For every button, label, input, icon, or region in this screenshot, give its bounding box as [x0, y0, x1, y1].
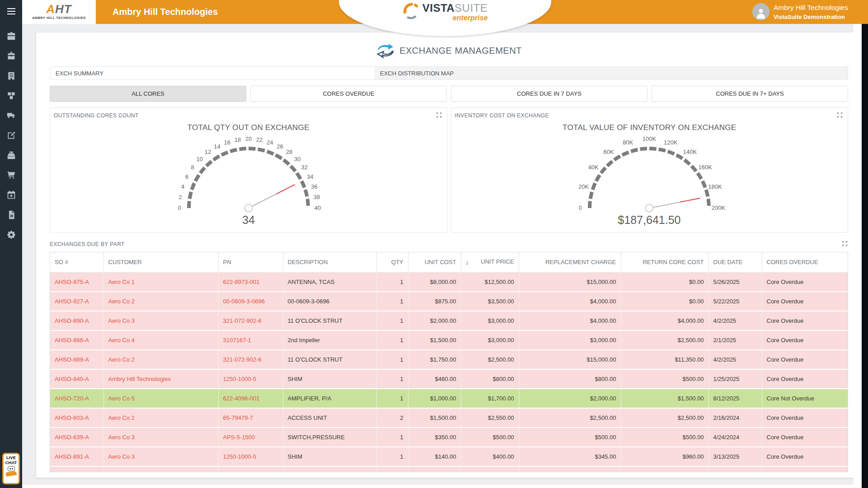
column-header-replacement_charge[interactable]: REPLACEMENT CHARGE — [519, 252, 621, 272]
page-title: EXCHANGE MANAGEMENT — [399, 46, 522, 56]
column-header-qty[interactable]: QTY — [376, 252, 408, 272]
customer-link[interactable]: Aero Co 2 — [103, 350, 218, 369]
table-row[interactable]: AHSO-875-AAero Co 1622-8973-001ANTENNA, … — [50, 272, 848, 292]
pn-link[interactable]: APS-5-1500 — [218, 428, 283, 447]
table-row[interactable]: AHSO-603-AAero Co 265-79479-7ACCESS UNIT… — [50, 408, 848, 428]
cell-qty — [376, 466, 408, 472]
so-link[interactable]: AHSO-840-A — [50, 369, 103, 389]
so-link[interactable]: AHSO-866-A — [50, 330, 103, 350]
aht-logo[interactable]: AHT AMBRY HILL TECHNOLOGIES — [22, 0, 96, 24]
so-link[interactable]: AHSO-639-A — [50, 428, 103, 447]
so-link[interactable]: AHSO-891-A — [50, 447, 103, 466]
sidebar-item-truck[interactable] — [0, 106, 22, 125]
so-link[interactable]: AHSO-875-A — [50, 272, 103, 292]
tab-exch-summary[interactable]: EXCH SUMMARY — [50, 67, 375, 79]
column-header-unit_price[interactable]: ↓UNIT PRICE — [461, 252, 519, 272]
customer-link[interactable]: Aero Co 2 — [103, 292, 218, 311]
cell-due_date: 1/25/2025 — [708, 369, 762, 389]
cell-return_core_cost: $500.00 — [621, 428, 708, 447]
column-header-customer[interactable]: CUSTOMER — [103, 252, 218, 272]
customer-link[interactable]: Aero Co 3 — [103, 447, 218, 466]
filter-all-cores-button[interactable]: ALL CORES — [50, 86, 246, 102]
pn-link[interactable] — [218, 466, 283, 472]
customer-link[interactable]: Aero Co 1 — [103, 272, 218, 292]
table-row[interactable] — [50, 466, 848, 472]
cell-due_date: 3/13/2025 — [708, 447, 762, 466]
pn-link[interactable]: 1250-1000-5 — [218, 447, 283, 466]
filter-cores-due-7-days-button[interactable]: CORES DUE IN 7 DAYS — [451, 86, 647, 102]
cell-replacement_charge: $15,000.00 — [519, 272, 621, 292]
sidebar-item-cubes[interactable] — [0, 86, 22, 106]
pn-link[interactable]: 00-0609-3-0696 — [218, 292, 283, 311]
sidebar-item-briefcase[interactable] — [0, 26, 22, 46]
tab-exch-distribution-map[interactable]: EXCH DISTRIBUTION MAP — [375, 67, 459, 79]
column-header-unit_cost[interactable]: UNIT COST — [408, 252, 461, 272]
cell-cores_overdue: Core Overdue — [762, 330, 848, 350]
menu-toggle-button[interactable] — [0, 0, 22, 23]
customer-link[interactable]: Aero Co 3 — [103, 311, 218, 330]
so-link[interactable]: AHSO-720-A — [50, 389, 103, 408]
pn-link[interactable]: 65-79479-7 — [218, 408, 283, 428]
customer-link[interactable]: Aero Co 3 — [103, 428, 218, 447]
table-row[interactable]: AHSO-927-AAero Co 200-0609-3-069600-0609… — [50, 292, 848, 311]
cell-unit_price: $3,500.00 — [461, 292, 519, 311]
cell-unit_price: $400.00 — [461, 447, 519, 466]
column-header-description[interactable]: DESCRIPTION — [283, 252, 376, 272]
customer-link[interactable]: Ambry Hill Technologies — [103, 369, 218, 389]
customer-link[interactable]: Aero Co 2 — [103, 408, 218, 428]
sidebar-item-building[interactable] — [0, 66, 22, 86]
gauge-cores-count: 024681012141618202224262830323436384034 — [142, 132, 355, 227]
sidebar-item-cash-register[interactable] — [0, 145, 22, 165]
expand-icon[interactable] — [841, 240, 848, 248]
table-row[interactable]: AHSO-889-AAero Co 2321-072-902-611 O'CLO… — [50, 350, 848, 369]
table-row[interactable]: AHSO-866-AAero Co 43107167-12nd Impeller… — [50, 330, 848, 350]
so-link[interactable]: AHSO-889-A — [50, 350, 103, 369]
column-header-cores_overdue[interactable]: CORES OVERDUE — [762, 252, 848, 272]
cell-description: 11 O'CLOCK STRUT — [283, 350, 376, 369]
gear-icon — [7, 230, 16, 239]
table-row[interactable]: AHSO-890-AAero Co 3321-072-902-611 O'CLO… — [50, 311, 848, 330]
svg-text:24: 24 — [267, 139, 273, 146]
so-link[interactable] — [50, 466, 103, 472]
filter-cores-due-7plus-days-button[interactable]: CORES DUE IN 7+ DAYS — [652, 86, 848, 102]
cell-qty: 1 — [376, 311, 408, 330]
exchanges-table-wrap[interactable]: SO #CUSTOMERPNDESCRIPTIONQTYUNIT COST↓UN… — [50, 252, 848, 472]
column-header-due_date[interactable]: DUE DATE — [708, 252, 762, 272]
filter-cores-overdue-button[interactable]: CORES OVERDUE — [250, 86, 447, 102]
sidebar-item-toolbox[interactable] — [0, 46, 22, 66]
customer-link[interactable]: Aero Co 5 — [103, 389, 218, 408]
cell-replacement_charge — [519, 466, 621, 472]
customer-link[interactable] — [103, 466, 218, 472]
table-row[interactable]: AHSO-720-AAero Co 5622-4096-001AMPLIFIER… — [50, 389, 848, 408]
expand-icon[interactable] — [436, 112, 442, 120]
so-link[interactable]: AHSO-603-A — [50, 408, 103, 428]
live-chat-button[interactable]: LIVE CHAT — [2, 453, 20, 484]
pn-link[interactable]: 622-4096-001 — [218, 389, 283, 408]
so-link[interactable]: AHSO-927-A — [50, 292, 103, 311]
pn-link[interactable]: 622-8973-001 — [218, 272, 283, 292]
table-title: EXCHANGES DUE BY PART — [50, 241, 125, 247]
customer-link[interactable]: Aero Co 4 — [103, 330, 218, 350]
sidebar-item-compose[interactable] — [0, 125, 22, 145]
table-row[interactable]: AHSO-840-AAmbry Hill Technologies1250-10… — [50, 369, 848, 389]
pn-link[interactable]: 3107167-1 — [218, 330, 283, 350]
sidebar-item-calendar-plus[interactable] — [0, 185, 22, 205]
sidebar-item-gear[interactable] — [0, 225, 22, 245]
company-title: Ambry Hill Technologies — [113, 0, 218, 24]
column-header-return_core_cost[interactable]: RETURN CORE COST — [621, 252, 708, 272]
pn-link[interactable]: 1250-1000-5 — [218, 369, 283, 389]
column-header-pn[interactable]: PN — [218, 252, 283, 272]
sidebar-item-document[interactable] — [0, 205, 22, 225]
cell-unit_price: $3,000.00 — [461, 330, 519, 350]
so-link[interactable]: AHSO-890-A — [50, 311, 103, 330]
table-row[interactable]: AHSO-891-AAero Co 31250-1000-5SHIM1$140.… — [50, 447, 848, 466]
svg-text:34: 34 — [242, 214, 255, 226]
user-menu[interactable]: Ambry Hill Technologies VistaSuite Demon… — [752, 3, 848, 20]
pn-link[interactable]: 321-072-902-6 — [218, 350, 283, 369]
pn-link[interactable]: 321-072-902-6 — [218, 311, 283, 330]
table-row[interactable]: AHSO-639-AAero Co 3APS-5-1500SWITCH,PRES… — [50, 428, 848, 447]
cell-return_core_cost: $500.00 — [621, 369, 708, 389]
expand-icon[interactable] — [836, 112, 843, 120]
sidebar-item-cart[interactable] — [0, 165, 22, 185]
column-header-so[interactable]: SO # — [50, 252, 103, 272]
